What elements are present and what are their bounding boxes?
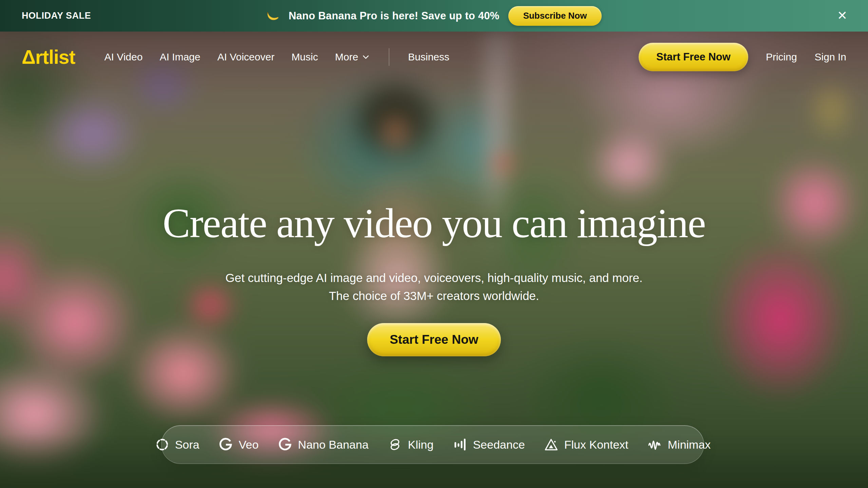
partner-veo: Veo <box>218 437 259 452</box>
google-g-icon <box>278 437 293 452</box>
seedance-bars-icon <box>453 437 468 452</box>
partner-label: Sora <box>175 438 200 451</box>
start-free-now-hero-button[interactable]: Start Free Now <box>367 323 501 356</box>
minimax-wave-icon <box>647 437 662 452</box>
nav-item-business[interactable]: Business <box>408 51 450 63</box>
chevron-down-icon <box>362 53 370 61</box>
subscribe-now-button[interactable]: Subscribe Now <box>508 6 602 26</box>
start-free-now-nav-button[interactable]: Start Free Now <box>639 43 748 71</box>
partner-label: Flux Kontext <box>564 438 628 451</box>
flux-triangle-icon <box>544 437 559 452</box>
banner-message: Nano Banana Pro is here! Save up to 40% <box>289 10 499 22</box>
nav-divider <box>389 48 389 66</box>
partner-flux-kontext: Flux Kontext <box>544 437 628 452</box>
banner-message-group: Nano Banana Pro is here! Save up to 40% … <box>266 6 602 26</box>
banana-icon <box>265 8 281 23</box>
hero-subtitle-line2: The choice of 33M+ creators worldwide. <box>0 287 868 305</box>
nav-menu: AI Video AI Image AI Voiceover Music Mor… <box>105 48 450 66</box>
nav-item-ai-video[interactable]: AI Video <box>105 51 143 63</box>
partner-label: Nano Banana <box>298 438 369 451</box>
partner-kling: Kling <box>388 437 434 452</box>
nav-right-group: Start Free Now Pricing Sign In <box>639 43 846 71</box>
close-icon[interactable]: ✕ <box>835 8 850 23</box>
nav-item-ai-voiceover[interactable]: AI Voiceover <box>217 51 274 63</box>
partner-nano-banana: Nano Banana <box>278 437 369 452</box>
nav-item-ai-image[interactable]: AI Image <box>159 51 200 63</box>
nav-item-sign-in[interactable]: Sign In <box>815 51 846 63</box>
partner-label: Minimax <box>668 438 711 451</box>
partner-label: Seedance <box>473 438 525 451</box>
artlist-logo[interactable]: Δrtlist <box>22 46 75 68</box>
nav-item-more[interactable]: More <box>335 51 370 63</box>
partner-minimax: Minimax <box>647 437 711 452</box>
partner-label: Veo <box>239 438 259 451</box>
nav-item-music[interactable]: Music <box>291 51 318 63</box>
openai-icon <box>155 437 170 452</box>
nav-item-pricing[interactable]: Pricing <box>766 51 797 63</box>
holiday-sale-label: HOLIDAY SALE <box>22 11 91 21</box>
promo-banner: HOLIDAY SALE Nano Banana Pro is here! Sa… <box>0 0 868 32</box>
ai-models-bar: Sora Veo Nano Banana Kling <box>161 425 704 464</box>
partner-seedance: Seedance <box>453 437 525 452</box>
partner-label: Kling <box>408 438 434 451</box>
google-g-icon <box>218 437 233 452</box>
partner-sora: Sora <box>155 437 200 452</box>
hero-title: Create any video you can imagine <box>0 200 868 247</box>
more-label: More <box>335 51 358 63</box>
artlist-landing-page: HOLIDAY SALE Nano Banana Pro is here! Sa… <box>0 0 868 488</box>
main-navigation: Δrtlist AI Video AI Image AI Voiceover M… <box>0 32 868 82</box>
hero-subtitle-line1: Get cutting-edge AI image and video, voi… <box>0 269 868 287</box>
hero-subtitle: Get cutting-edge AI image and video, voi… <box>0 269 868 305</box>
kling-icon <box>388 437 402 452</box>
